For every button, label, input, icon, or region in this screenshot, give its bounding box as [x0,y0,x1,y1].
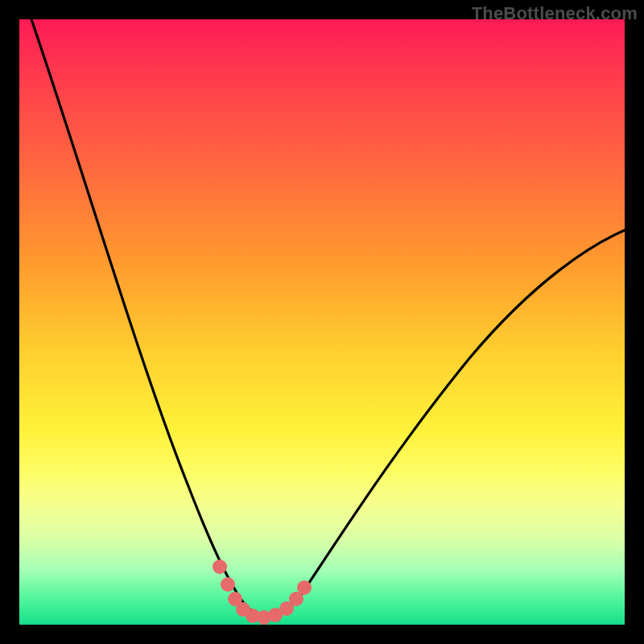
svg-point-0 [213,559,227,574]
svg-point-9 [297,580,312,595]
svg-point-6 [268,608,283,622]
highlight-points [213,559,312,625]
svg-point-1 [221,577,235,592]
plot-area [19,19,625,625]
svg-point-3 [236,602,250,617]
bottleneck-curve [31,19,625,617]
svg-point-8 [289,592,303,606]
svg-point-7 [279,601,294,616]
watermark-text: TheBottleneck.com [472,3,638,24]
svg-point-5 [257,610,271,625]
svg-point-2 [228,592,242,606]
bottleneck-curve-svg [19,19,625,625]
svg-point-4 [246,609,260,623]
